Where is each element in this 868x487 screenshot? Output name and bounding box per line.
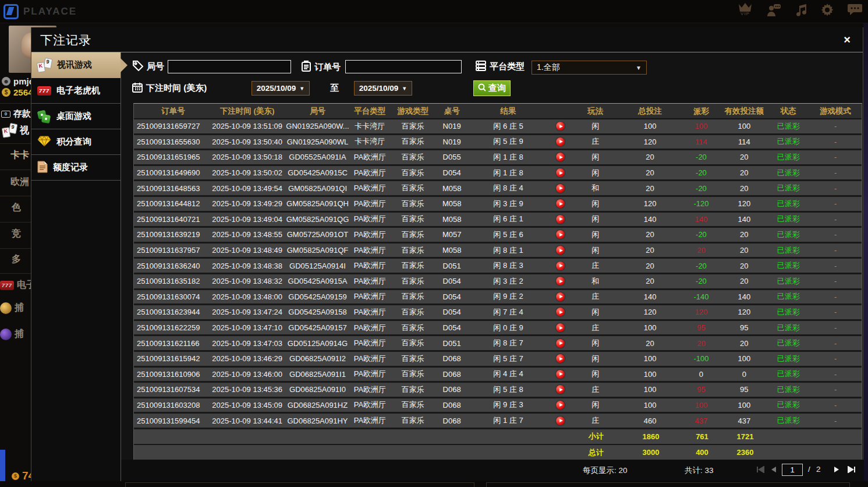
table-row: 251009131615942 2025-10-09 13:46:29 GD06… xyxy=(134,352,862,368)
cell-round-number: GD06825A091I0 xyxy=(285,383,350,397)
cell-game-type: 百家乐 xyxy=(389,368,436,382)
replay-play-icon[interactable] xyxy=(556,277,565,285)
cell-valid-bet: 20 xyxy=(721,259,767,273)
cell-bet-time: 2025-10-09 13:51:09 xyxy=(210,119,285,133)
gem-icon xyxy=(37,136,51,149)
platform-type-select[interactable]: 1.全部 ▼ xyxy=(532,61,647,75)
replay-play-icon[interactable] xyxy=(556,199,565,208)
cell-status: 已派彩 xyxy=(767,181,809,195)
vip-icon[interactable]: VIP xyxy=(738,3,752,16)
table-row: 251009131635182 2025-10-09 13:48:32 GD05… xyxy=(134,274,862,290)
customer-service-icon[interactable] xyxy=(766,3,781,16)
user-icon: ☻ xyxy=(2,77,10,86)
cell-round-number: GD06825A091I2 xyxy=(285,352,350,366)
menu-item-live-games[interactable]: 9K 视讯游戏 xyxy=(31,52,121,78)
cards-icon: 9K xyxy=(2,123,17,137)
cell-payout: -20 xyxy=(682,274,721,288)
cell-result: 闲 6 庄 1 xyxy=(467,213,549,227)
tag-icon xyxy=(133,61,143,73)
cell-bet-time: 2025-10-09 13:50:40 xyxy=(210,135,285,149)
cell-game-mode: - xyxy=(809,259,862,273)
cell-bet-time: 2025-10-09 13:47:24 xyxy=(210,305,285,319)
cell-game-mode: - xyxy=(809,290,862,304)
last-page-button[interactable] xyxy=(846,464,856,475)
subtotal-bet: 1860 xyxy=(619,429,682,444)
search-button[interactable]: 查询 xyxy=(473,80,511,96)
cell-replay xyxy=(549,352,572,366)
cell-result: 闲 9 庄 2 xyxy=(467,290,549,304)
col-payout: 派彩 xyxy=(682,104,721,118)
cell-platform: PA欧洲厅 xyxy=(350,150,389,164)
cell-bet-method: 庄 xyxy=(572,383,619,397)
round-number-input[interactable] xyxy=(168,60,291,73)
cell-platform: PA欧洲厅 xyxy=(350,352,389,366)
music-icon[interactable] xyxy=(795,3,807,16)
cell-table-number: D051 xyxy=(436,336,467,350)
menu-item-slots[interactable]: 777 电子老虎机 xyxy=(31,78,121,104)
cell-total-bet: 20 xyxy=(619,181,682,195)
coin-icon: $ xyxy=(12,472,19,480)
cell-round-number: GD05425A09157 xyxy=(285,321,350,335)
replay-play-icon[interactable] xyxy=(556,339,565,348)
cell-status: 已派彩 xyxy=(767,321,809,335)
cell-total-bet: 100 xyxy=(619,119,682,133)
dice-icon xyxy=(37,110,51,123)
menu-item-credit-records[interactable]: 额度记录 xyxy=(31,155,121,181)
menu-item-points[interactable]: 积分查询 xyxy=(31,129,121,155)
replay-play-icon[interactable] xyxy=(556,122,565,130)
replay-play-icon[interactable] xyxy=(556,323,565,332)
money-icon: $ xyxy=(2,88,10,97)
cell-bet-method: 和 xyxy=(572,274,619,288)
close-icon[interactable]: × xyxy=(841,33,853,46)
replay-play-icon[interactable] xyxy=(556,385,565,394)
replay-play-icon[interactable] xyxy=(556,215,565,224)
table-row: 251009131622259 2025-10-09 13:47:10 GD05… xyxy=(134,321,862,337)
cell-bet-time: 2025-10-09 13:48:32 xyxy=(210,274,285,288)
replay-play-icon[interactable] xyxy=(556,292,565,301)
date-to-button[interactable]: 2025/10/09▼ xyxy=(354,81,412,96)
cell-platform: PA欧洲厅 xyxy=(350,213,389,227)
cell-game-mode: - xyxy=(809,414,862,428)
cell-table-number: M057 xyxy=(436,228,467,242)
replay-play-icon[interactable] xyxy=(556,370,565,379)
replay-play-icon[interactable] xyxy=(556,354,565,363)
cell-status: 已派彩 xyxy=(767,213,809,227)
cell-total-bet: 140 xyxy=(619,213,682,227)
first-page-button[interactable] xyxy=(756,464,766,475)
cell-bet-method: 庄 xyxy=(572,414,619,428)
next-page-button[interactable] xyxy=(831,464,842,475)
cell-result: 闲 0 庄 9 xyxy=(467,321,549,335)
cell-status: 已派彩 xyxy=(767,414,809,428)
settings-gear-icon[interactable] xyxy=(821,3,834,16)
bg-nav-video-games: 9K 视 xyxy=(2,123,29,137)
cell-bet-time: 2025-10-09 13:48:00 xyxy=(210,290,285,304)
table-header-row: 订单号 下注时间 (美东) 局号 平台类型 游戏类型 桌号 结果 玩法 总投注 … xyxy=(134,104,862,119)
replay-play-icon[interactable] xyxy=(556,137,565,146)
replay-play-icon[interactable] xyxy=(556,168,565,177)
menu-item-table-games[interactable]: 桌面游戏 xyxy=(31,104,121,129)
bg-nav-fishing-2: 捕 xyxy=(0,328,24,340)
replay-play-icon[interactable] xyxy=(556,184,565,193)
page-number-input[interactable]: 1 xyxy=(782,464,803,476)
replay-play-icon[interactable] xyxy=(556,401,565,410)
cell-bet-time: 2025-10-09 13:50:02 xyxy=(210,166,285,180)
prev-page-button[interactable] xyxy=(768,464,779,475)
col-method: 玩法 xyxy=(572,104,619,118)
cell-bet-time: 2025-10-09 13:45:36 xyxy=(210,383,285,397)
replay-play-icon[interactable] xyxy=(556,417,565,425)
replay-play-icon[interactable] xyxy=(556,246,565,255)
replay-play-icon[interactable] xyxy=(556,230,565,239)
cell-table-number: N019 xyxy=(436,135,467,149)
chevron-down-icon: ▼ xyxy=(299,86,304,91)
chat-icon[interactable] xyxy=(848,3,862,16)
playace-logo[interactable]: PLAYACE xyxy=(3,4,77,19)
table-row: 251009131623944 2025-10-09 13:47:24 GD05… xyxy=(134,305,862,321)
replay-play-icon[interactable] xyxy=(556,153,565,161)
cell-payout: -20 xyxy=(682,228,721,242)
date-from-button[interactable]: 2025/10/09▼ xyxy=(251,81,310,96)
subtotal-payout: 761 xyxy=(682,429,722,444)
replay-play-icon[interactable] xyxy=(556,308,565,316)
order-number-input[interactable] xyxy=(345,60,462,73)
cell-platform: PA欧洲厅 xyxy=(350,305,389,319)
replay-play-icon[interactable] xyxy=(556,262,565,270)
